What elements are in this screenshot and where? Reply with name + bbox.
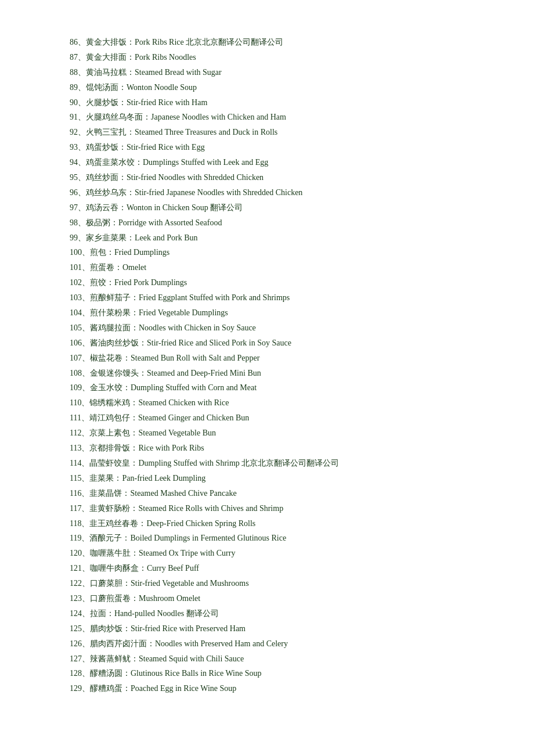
item-chinese: 韭菜果：	[89, 474, 122, 483]
item-number: 100、	[70, 248, 90, 257]
menu-item: 129、醪糟鸡蛋：Poached Egg in Rice Wine Soup	[70, 681, 476, 696]
item-english: Japanese Noodles with Chicken and Ham	[151, 113, 286, 121]
item-english: Noodles with Preserved Ham and Celery	[155, 639, 288, 648]
item-chinese: 金玉水饺：	[90, 383, 131, 392]
item-number: 88、	[70, 68, 86, 77]
item-number: 101、	[70, 263, 90, 272]
item-number: 119、	[70, 534, 89, 542]
menu-item: 126、腊肉西芹卤汁面：Noodles with Preserved Ham a…	[70, 636, 476, 651]
menu-list: 86、黄金大排饭：Pork Ribs Rice 北京北京翻译公司翻译公司87、黄…	[70, 35, 476, 696]
item-chinese: 馄饨汤面：	[86, 83, 127, 92]
item-number: 109、	[70, 383, 90, 392]
item-number: 123、	[70, 594, 90, 603]
item-number: 129、	[70, 684, 90, 693]
item-chinese: 鸡汤云吞：	[86, 203, 127, 212]
item-chinese: 咖喱蒸牛肚：	[90, 549, 139, 557]
item-chinese: 晶莹虾饺皇：	[89, 459, 138, 467]
item-number: 107、	[70, 354, 90, 362]
item-english: Dumplings Stuffed with Leek and Egg	[143, 158, 268, 167]
item-chinese: 鸡丝炒面：	[86, 173, 127, 182]
item-chinese: 极品粥：	[86, 218, 118, 227]
menu-item: 98、极品粥：Porridge with Assorted Seafood	[70, 215, 476, 231]
item-chinese: 口蘑菜胆：	[90, 579, 131, 588]
item-chinese: 拉面：	[90, 609, 114, 618]
item-number: 122、	[70, 579, 90, 588]
menu-item: 111、靖江鸡包仔：Steamed Ginger and Chicken Bun	[70, 411, 476, 426]
menu-item: 100、煎包：Fried Dumplings	[70, 245, 476, 260]
item-english: Stir-fried Vegetable and Mushrooms	[131, 579, 249, 588]
item-english: Boiled Dumplings in Fermented Glutinous …	[130, 534, 286, 542]
item-chinese: 腊肉西芹卤汁面：	[90, 639, 155, 648]
item-number: 124、	[70, 609, 90, 618]
item-chinese: 辣酱蒸鲜鱿：	[90, 654, 139, 663]
menu-item: 107、椒盐花卷：Steamed Bun Roll with Salt and …	[70, 351, 476, 366]
item-number: 111、	[70, 413, 89, 422]
item-english: Wonton in Chicken Soup 翻译公司	[127, 203, 243, 212]
menu-item: 97、鸡汤云吞：Wonton in Chicken Soup 翻译公司	[70, 200, 476, 215]
item-number: 90、	[70, 98, 86, 107]
menu-item: 94、鸡蛋韭菜水饺：Dumplings Stuffed with Leek an…	[70, 155, 476, 170]
menu-item: 89、馄饨汤面：Wonton Noodle Soup	[70, 80, 476, 95]
item-chinese: 锦绣糯米鸡：	[89, 398, 138, 407]
item-english: Stir-fried Rice with Ham	[127, 98, 207, 107]
item-number: 105、	[70, 323, 90, 332]
item-chinese: 韭王鸡丝春卷：	[89, 519, 146, 528]
menu-item: 104、煎什菜粉果：Fried Vegetable Dumplings	[70, 305, 476, 321]
item-chinese: 鸡蛋炒饭：	[86, 143, 127, 152]
item-number: 112、	[70, 429, 89, 437]
menu-item: 109、金玉水饺：Dumpling Stuffed with Corn and …	[70, 380, 476, 395]
item-english: Stir-fried Rice and Sliced Pork in Soy S…	[147, 339, 291, 347]
item-chinese: 京菜上素包：	[89, 429, 138, 437]
item-chinese: 醪糟汤圆：	[90, 669, 131, 678]
menu-item: 128、醪糟汤圆：Glutinous Rice Balls in Rice Wi…	[70, 666, 476, 681]
menu-item: 93、鸡蛋炒饭：Stir-fried Rice with Egg	[70, 140, 476, 155]
menu-item: 86、黄金大排饭：Pork Ribs Rice 北京北京翻译公司翻译公司	[70, 35, 476, 50]
item-english: Steamed Bread with Sugar	[135, 68, 222, 77]
menu-item: 88、黄油马拉糕：Steamed Bread with Sugar	[70, 65, 476, 80]
item-chinese: 黄油马拉糕：	[86, 68, 135, 77]
menu-item: 122、口蘑菜胆：Stir-fried Vegetable and Mushro…	[70, 576, 476, 591]
item-number: 114、	[70, 459, 89, 467]
item-chinese: 家乡韭菜果：	[86, 233, 135, 242]
item-number: 121、	[70, 564, 90, 573]
item-english: Mushroom Omelet	[139, 594, 200, 603]
item-number: 103、	[70, 293, 90, 302]
item-english: Steamed Mashed Chive Pancake	[130, 489, 236, 498]
item-chinese: 煎什菜粉果：	[90, 308, 139, 317]
item-english: Dumpling Stuffed with Shrimp 北京北京翻译公司翻译公…	[138, 459, 339, 467]
item-number: 126、	[70, 639, 90, 648]
item-english: Deep-Fried Chicken Spring Rolls	[146, 519, 255, 528]
item-chinese: 黄金大排面：	[86, 53, 135, 62]
item-number: 113、	[70, 444, 89, 452]
item-english: Steamed Chicken with Rice	[138, 398, 229, 407]
menu-item: 102、煎饺：Fried Pork Dumplings	[70, 275, 476, 290]
item-number: 125、	[70, 624, 90, 633]
menu-item: 113、京都排骨饭：Rice with Pork Ribs	[70, 441, 476, 456]
item-number: 127、	[70, 654, 90, 663]
menu-item: 119、酒酿元子：Boiled Dumplings in Fermented G…	[70, 531, 476, 546]
item-chinese: 京都排骨饭：	[89, 444, 138, 452]
item-chinese: 黄金大排饭：	[86, 38, 135, 46]
item-chinese: 鸡丝炒乌东：	[86, 188, 135, 197]
item-number: 128、	[70, 669, 90, 678]
item-number: 92、	[70, 128, 86, 136]
item-number: 99、	[70, 233, 86, 242]
item-english: Stir-fried Japanese Noodles with Shredde…	[135, 188, 302, 197]
item-english: Pork Ribs Noodles	[135, 53, 196, 62]
item-chinese: 火鸭三宝扎：	[86, 128, 135, 136]
item-number: 93、	[70, 143, 86, 152]
item-number: 104、	[70, 308, 90, 317]
item-number: 118、	[70, 519, 89, 528]
item-chinese: 咖喱牛肉酥盒：	[90, 564, 147, 573]
item-english: Wonton Noodle Soup	[127, 83, 197, 92]
item-chinese: 酱油肉丝炒饭：	[90, 339, 147, 347]
item-english: Hand-pulled Noodles 翻译公司	[114, 609, 219, 618]
menu-item: 125、腊肉炒饭：Stir-fried Rice with Preserved …	[70, 621, 476, 636]
menu-item: 110、锦绣糯米鸡：Steamed Chicken with Rice	[70, 395, 476, 411]
item-english: Steamed Rice Rolls with Chives and Shrim…	[138, 504, 283, 513]
item-english: Fried Pork Dumplings	[114, 278, 187, 287]
menu-item: 108、金银迷你馒头：Steamed and Deep-Fried Mini B…	[70, 366, 476, 381]
item-number: 94、	[70, 158, 86, 167]
item-chinese: 酱鸡腿拉面：	[90, 323, 139, 332]
item-chinese: 煎饺：	[90, 278, 114, 287]
